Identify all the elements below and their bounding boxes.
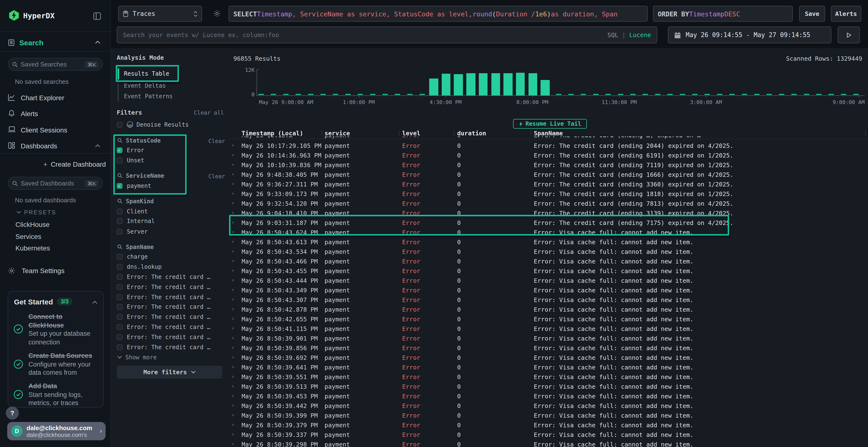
table-row[interactable]: › May 26 8:50:43.444 PM payment Error 0 …: [228, 276, 868, 285]
table-row[interactable]: › May 26 8:50:43.534 PM payment Error 0 …: [228, 247, 868, 256]
row-expand-chevron-icon[interactable]: ›: [231, 421, 235, 427]
get-started-step[interactable]: Add Data Start sending logs, metrics, or…: [28, 382, 101, 408]
table-row[interactable]: › May 26 9:04:18.410 PM payment Error 0 …: [228, 208, 868, 218]
table-row[interactable]: › May 26 8:50:39.442 PM payment Error 0 …: [228, 401, 868, 410]
spanname-charge-label[interactable]: charge: [127, 253, 148, 260]
table-row[interactable]: › May 26 8:50:39.856 PM payment Error 0 …: [228, 343, 868, 353]
row-expand-chevron-icon[interactable]: ›: [231, 431, 235, 437]
row-expand-chevron-icon[interactable]: ›: [231, 296, 235, 302]
denoise-checkbox[interactable]: [117, 122, 123, 128]
results-histogram[interactable]: 12K 0 May 26 9:00:00 AM1:00:00 PM4:30:00…: [231, 67, 866, 106]
sidebar-item-client-sessions[interactable]: Client Sessions: [21, 126, 67, 134]
table-row[interactable]: › May 26 9:32:54.120 PM payment Error 0 …: [228, 199, 868, 208]
get-started-step[interactable]: Create Data Sources Configure where your…: [28, 352, 102, 377]
row-expand-chevron-icon[interactable]: ›: [231, 325, 235, 331]
statuscode-unset-label[interactable]: Unset: [127, 157, 144, 164]
row-expand-chevron-icon[interactable]: ›: [231, 248, 235, 254]
row-expand-chevron-icon[interactable]: ›: [231, 200, 235, 206]
table-row[interactable]: › May 26 8:50:42.655 PM payment Error 0 …: [228, 314, 868, 324]
column-header-service[interactable]: service: [324, 130, 350, 137]
row-expand-chevron-icon[interactable]: ›: [231, 152, 235, 158]
get-started-step[interactable]: Connect to ClickHouse Set up your databa…: [28, 313, 101, 347]
row-expand-chevron-icon[interactable]: ›: [231, 286, 235, 293]
statuscode-error-label[interactable]: Error: [127, 147, 144, 153]
statuscode-unset-checkbox[interactable]: [117, 158, 123, 163]
saved-dashboards-input[interactable]: Saved Dashboards ⌘K: [8, 177, 103, 190]
table-row[interactable]: › May 26 8:50:39.692 PM payment Error 0 …: [228, 353, 868, 362]
table-row[interactable]: › May 26 9:03:31.187 PM payment Error 0 …: [228, 218, 868, 227]
preset-item[interactable]: Kubernetes: [16, 244, 50, 256]
save-button[interactable]: Save: [799, 6, 825, 22]
date-range-picker[interactable]: May 26 09:14:55 - May 27 09:14:55: [668, 27, 831, 43]
row-expand-chevron-icon[interactable]: ›: [231, 315, 235, 321]
table-row[interactable]: › May 26 10:14:36.963 PM payment Error 0…: [228, 150, 868, 160]
row-expand-chevron-icon[interactable]: ›: [231, 238, 235, 244]
sidebar-item-dashboards[interactable]: Dashboards: [21, 142, 57, 150]
table-row[interactable]: › May 26 9:48:38.405 PM payment Error 0 …: [228, 170, 868, 179]
spankind-internal-checkbox[interactable]: [117, 218, 123, 224]
mode-sql-toggle[interactable]: SQL: [607, 31, 618, 38]
table-row[interactable]: › May 26 9:36:27.311 PM payment Error 0 …: [228, 179, 868, 189]
search-icon[interactable]: [117, 173, 123, 178]
spanname-charge-checkbox[interactable]: [117, 254, 123, 260]
row-expand-chevron-icon[interactable]: ›: [231, 161, 235, 167]
row-expand-chevron-icon[interactable]: ›: [231, 306, 235, 312]
table-row[interactable]: › May 26 10:10:39.836 PM payment Error 0…: [228, 160, 868, 170]
table-row[interactable]: › May 26 8:50:39.513 PM payment Error 0 …: [228, 381, 868, 391]
table-row[interactable]: › May 26 8:50:43.613 PM payment Error 0 …: [228, 237, 868, 247]
table-row[interactable]: › May 26 9:33:09.173 PM payment Error 0 …: [228, 189, 868, 199]
row-expand-chevron-icon[interactable]: ›: [231, 373, 235, 379]
row-expand-chevron-icon[interactable]: ›: [231, 441, 235, 447]
run-query-button[interactable]: [838, 27, 860, 43]
chevron-up-icon[interactable]: [92, 301, 97, 304]
row-expand-chevron-icon[interactable]: ›: [231, 277, 235, 283]
table-row[interactable]: › May 26 8:50:39.399 PM payment Error 0 …: [228, 410, 868, 420]
table-row[interactable]: › May 26 8:50:39.551 PM payment Error 0 …: [228, 372, 868, 381]
table-row[interactable]: › May 26 8:50:42.878 PM payment Error 0 …: [228, 304, 868, 314]
table-row[interactable]: › May 26 8:50:39.453 PM payment Error 0 …: [228, 391, 868, 401]
row-expand-chevron-icon[interactable]: ›: [231, 229, 235, 235]
spankind-client-label[interactable]: Client: [127, 208, 148, 215]
spanname-dnslookup-checkbox[interactable]: [117, 264, 123, 270]
chevron-up-icon[interactable]: [95, 40, 100, 44]
row-expand-chevron-icon[interactable]: ›: [231, 209, 235, 215]
spankind-client-checkbox[interactable]: [117, 209, 123, 214]
table-row[interactable]: › May 26 8:50:43.307 PM payment Error 0 …: [228, 295, 868, 304]
search-input[interactable]: Search your events w/ Lucene ex. column:…: [117, 27, 657, 43]
sidebar-item-alerts[interactable]: Alerts: [21, 110, 38, 117]
table-row[interactable]: › May 26 8:50:43.466 PM payment Error 0 …: [228, 256, 868, 266]
row-expand-chevron-icon[interactable]: ›: [231, 412, 235, 418]
table-row[interactable]: › May 26 8:50:39.379 PM payment Error 0 …: [228, 420, 868, 429]
analysis-mode-event-deltas[interactable]: Event Deltas: [124, 82, 166, 89]
alerts-button[interactable]: Alerts: [831, 6, 861, 22]
spanname-dnslookup-label[interactable]: dns.lookup: [127, 264, 162, 270]
sidebar-item-search[interactable]: Search: [19, 38, 43, 47]
spankind-server-checkbox[interactable]: [117, 229, 123, 235]
help-button[interactable]: ?: [6, 407, 19, 419]
row-expand-chevron-icon[interactable]: ›: [231, 354, 235, 360]
resume-live-tail-button[interactable]: Resume Live Tail: [513, 119, 587, 129]
row-expand-chevron-icon[interactable]: ›: [231, 335, 235, 341]
row-expand-chevron-icon[interactable]: ›: [231, 402, 235, 408]
search-icon[interactable]: [117, 138, 123, 143]
partial-table-row[interactable]: › May 26 10:18:… payment Error 0 Error: …: [228, 136, 868, 140]
row-expand-chevron-icon[interactable]: ›: [231, 383, 235, 389]
query-settings-gear-icon[interactable]: [213, 10, 221, 18]
row-expand-chevron-icon[interactable]: ›: [231, 142, 235, 148]
statuscode-error-checkbox[interactable]: [117, 147, 123, 153]
denoise-label[interactable]: Denoise Results: [136, 122, 189, 128]
column-header-level[interactable]: level: [402, 130, 420, 137]
saved-searches-input[interactable]: Saved Searches ⌘K: [8, 58, 103, 71]
presets-header[interactable]: PRESETS: [24, 209, 56, 216]
row-expand-chevron-icon[interactable]: ›: [231, 344, 235, 350]
servicename-payment-checkbox[interactable]: [117, 183, 123, 189]
preset-item[interactable]: ClickHouse: [16, 220, 50, 232]
table-row[interactable]: › May 26 10:17:29.105 PM payment Error 0…: [228, 141, 868, 150]
row-expand-chevron-icon[interactable]: ›: [231, 258, 235, 264]
table-row[interactable]: › May 26 8:50:39.641 PM payment Error 0 …: [228, 362, 868, 372]
column-header-timestamp[interactable]: Timestamp (Local): [242, 130, 303, 137]
row-expand-chevron-icon[interactable]: ›: [231, 190, 235, 196]
column-header-spanname[interactable]: SpanName: [534, 130, 563, 137]
chevron-up-icon[interactable]: [95, 144, 100, 147]
clear-statuscode-button[interactable]: Clear: [208, 138, 225, 144]
